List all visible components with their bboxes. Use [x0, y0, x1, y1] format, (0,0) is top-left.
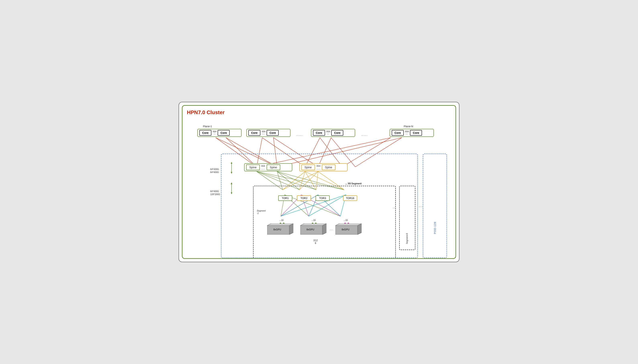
svg-marker-58 — [322, 224, 326, 234]
dots-16-1: ...16 — [279, 219, 283, 221]
inner-frame: HPN7.0 Cluster — [182, 105, 456, 259]
tor3-box: TOR3 — [316, 196, 330, 201]
svg-text:8xGPU: 8xGPU — [307, 228, 314, 231]
tor1-box: TOR1 — [278, 196, 292, 201]
core-box-4b: Core — [410, 130, 422, 136]
gpu-box-3: 8xGPU — [335, 224, 362, 234]
x64-label-1: X64 ··· — [213, 130, 217, 136]
segment-dots: ... — [393, 206, 396, 209]
spine-box-2a: Spine — [301, 164, 315, 170]
x64-label-4: X64 ··· — [405, 130, 409, 136]
spine-box-1b: Spine — [267, 164, 280, 170]
dots-16-2: ...16 — [311, 219, 316, 221]
svg-marker-61 — [335, 224, 362, 226]
x64-label-2: X64 ··· — [262, 130, 266, 136]
svg-marker-62 — [358, 224, 362, 234]
core-box-1b: Core — [218, 130, 230, 136]
core-group-2: Core X64 ··· Core — [246, 129, 291, 137]
page-title: HPN7.0 Cluster — [187, 109, 451, 116]
planeN-label: Plane-N — [404, 125, 413, 128]
core-box-2a: Core — [248, 130, 260, 136]
x64-spine-label-2: X64 …… — [316, 165, 321, 170]
tor-dots: ... — [335, 198, 338, 200]
tor16-box: TOR16 — [343, 196, 357, 201]
bw-label-1: 64*400G64*400G — [210, 168, 219, 174]
core-box-2b: Core — [267, 130, 279, 136]
dots-between-core-groups-1: ...... — [296, 133, 303, 136]
x8-segment-label: ... X8 Segment — [345, 182, 362, 185]
spine-group-1: Spine X64 …… Spine — [244, 163, 292, 171]
spine-group-2: Spine X64 …… Spine — [299, 163, 347, 171]
gpu-mid-dots: ... — [330, 228, 333, 230]
svg-marker-53 — [267, 224, 293, 226]
x64-label-3: X64 ··· — [326, 130, 330, 136]
dots-16-3: ...16 — [343, 219, 348, 221]
core-box-4a: Core — [392, 130, 404, 136]
segment-8-label: Segment-8 — [406, 192, 408, 244]
svg-marker-57 — [300, 224, 326, 226]
x12-8-label: X128 — [313, 239, 318, 244]
plane1-label: Plane-1 — [203, 125, 212, 128]
pod-between-dots: ... — [419, 204, 423, 208]
core-group-4: Core X64 ··· Core — [390, 129, 434, 137]
spine-box-2b: Spine — [322, 164, 335, 170]
segment-1-label: Segment-1 — [257, 210, 266, 214]
svg-text:8xGPU: 8xGPU — [273, 228, 281, 231]
x64-spine-label-1: X64 …… — [261, 165, 265, 170]
bw-label-2: 64*400G128*200G — [210, 190, 220, 196]
core-box-3a: Core — [313, 130, 325, 136]
diagram-area: Plane-1 Plane-N Core X64 ··· Core Core X… — [187, 118, 451, 255]
svg-text:8xGPU: 8xGPU — [342, 228, 350, 231]
svg-marker-54 — [289, 224, 293, 234]
tor2-box: TOR2 — [297, 196, 311, 201]
dots-between-core-groups-2: ...... — [361, 133, 368, 136]
core-group-3: Core X64 ··· Core — [311, 129, 355, 137]
pod-128-label: POD-128 — [433, 174, 436, 234]
gpu-box-2: 8xGPU — [300, 224, 326, 234]
core-box-3b: Core — [331, 130, 343, 136]
core-box-1a: Core — [199, 130, 211, 136]
gpu-box-1: 8xGPU — [267, 224, 293, 234]
core-group-1: Core X64 ··· Core — [197, 129, 242, 137]
outer-frame: HPN7.0 Cluster — [179, 102, 459, 262]
spine-box-1a: Spine — [246, 164, 260, 170]
